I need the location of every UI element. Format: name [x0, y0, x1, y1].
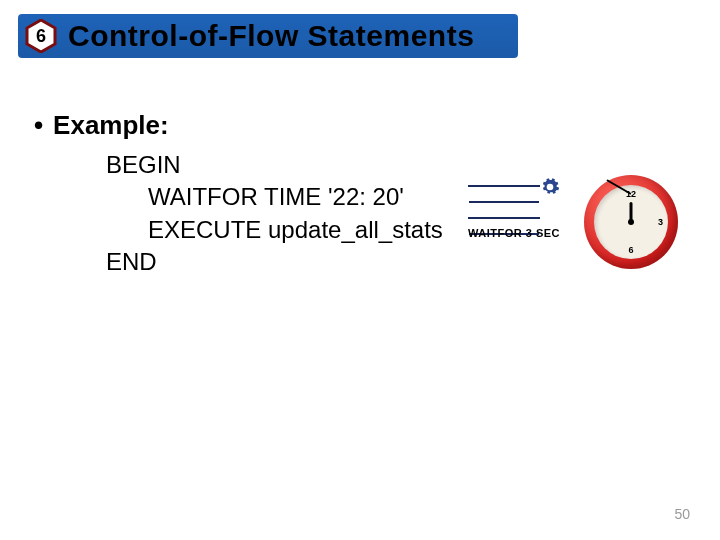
clock-face: 12 3 6: [594, 185, 668, 259]
clock-minute-hand: [606, 179, 631, 195]
bullet-example: Example:: [34, 110, 690, 141]
clock-icon: 12 3 6: [584, 175, 678, 269]
section-badge: 6: [24, 19, 58, 53]
wire-line: [468, 185, 540, 187]
waitfor-illustration: WAITFOR 3 SEC 12 3 6: [468, 175, 678, 275]
wire-line: [469, 201, 539, 203]
wires-icon: [468, 185, 540, 249]
wire-line: [468, 217, 540, 219]
page-number: 50: [674, 506, 690, 522]
clock-num-6: 6: [628, 245, 633, 255]
clock-center: [628, 219, 634, 225]
waitfor-label: WAITFOR 3 SEC: [468, 227, 568, 239]
clock-num-3: 3: [658, 217, 663, 227]
gear-icon: [540, 177, 560, 197]
title-bar: 6 Control-of-Flow Statements: [18, 14, 518, 58]
section-number: 6: [36, 26, 46, 47]
slide-title: Control-of-Flow Statements: [68, 19, 474, 53]
slide: 6 Control-of-Flow Statements Example: BE…: [0, 0, 720, 540]
